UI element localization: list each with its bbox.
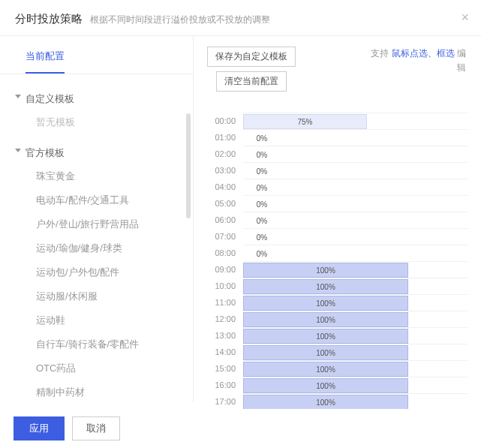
- time-slot-row[interactable]: 06:000%: [207, 212, 467, 228]
- hint-mouse: 鼠标点选: [392, 48, 428, 59]
- time-slot-value: 100%: [316, 315, 335, 323]
- time-slot-value: 0%: [257, 167, 267, 175]
- time-slot-bar-wrap[interactable]: 100%: [243, 327, 467, 344]
- time-slot-bar[interactable]: 0%: [243, 197, 281, 212]
- time-slot-label: 00:00: [207, 116, 243, 125]
- modal-body: 当前配置 自定义模板 暂无模板 官方模板 珠宝黄金 电动车/配件/交通工具 户外…: [0, 36, 481, 402]
- time-slot-label: 06:00: [207, 215, 243, 224]
- time-slot-row[interactable]: 12:00100%: [207, 311, 467, 327]
- close-icon[interactable]: ×: [461, 11, 469, 24]
- template-item[interactable]: 珠宝黄金: [0, 164, 193, 188]
- time-slot-label: 17:00: [207, 397, 243, 406]
- time-slot-bar-wrap[interactable]: 0%: [243, 195, 467, 212]
- time-slot-row[interactable]: 09:00100%: [207, 261, 467, 278]
- time-slot-row[interactable]: 07:000%: [207, 228, 467, 245]
- time-slot-value: 100%: [316, 299, 335, 307]
- time-slot-bar[interactable]: 100%: [243, 378, 408, 393]
- template-item[interactable]: 精制中药材: [0, 380, 193, 397]
- save-as-template-button[interactable]: 保存为自定义模板: [207, 47, 296, 67]
- modal-title: 分时投放策略: [15, 12, 83, 26]
- time-slot-bar[interactable]: 100%: [243, 395, 408, 410]
- time-slot-bar-wrap[interactable]: 0%: [243, 162, 467, 179]
- time-slot-label: 02:00: [207, 149, 243, 158]
- time-slot-bar-wrap[interactable]: 0%: [243, 146, 467, 162]
- time-slot-bar-wrap[interactable]: 75%: [243, 113, 467, 129]
- time-slot-row[interactable]: 15:00100%: [207, 360, 467, 377]
- time-slot-bar[interactable]: 100%: [243, 329, 408, 344]
- template-item[interactable]: 运动鞋: [0, 308, 193, 332]
- time-slot-value: 100%: [316, 332, 335, 340]
- time-slot-bar[interactable]: 100%: [243, 296, 408, 311]
- tab-current-config[interactable]: 当前配置: [26, 47, 65, 66]
- time-slot-value: 0%: [257, 200, 267, 208]
- time-slot-bar[interactable]: 100%: [243, 362, 408, 377]
- time-slot-bar[interactable]: 0%: [243, 147, 281, 162]
- group-official-templates[interactable]: 官方模板: [0, 142, 193, 164]
- template-item[interactable]: 运动服/休闲服: [0, 284, 193, 308]
- time-slot-row[interactable]: 14:00100%: [207, 344, 467, 360]
- time-slot-bar-wrap[interactable]: 100%: [243, 393, 467, 410]
- template-item[interactable]: 电动车/配件/交通工具: [0, 188, 193, 212]
- time-slot-bar[interactable]: 75%: [243, 114, 367, 129]
- time-slot-bar[interactable]: 100%: [243, 345, 408, 360]
- apply-button[interactable]: 应用: [14, 416, 65, 440]
- time-slot-value: 100%: [316, 282, 335, 290]
- time-slot-bar-wrap[interactable]: 100%: [243, 311, 467, 327]
- time-slot-label: 10:00: [207, 281, 243, 290]
- time-slot-row[interactable]: 05:000%: [207, 195, 467, 212]
- time-slot-value: 0%: [257, 183, 267, 191]
- cancel-button[interactable]: 取消: [72, 416, 120, 440]
- time-slot-bar-wrap[interactable]: 0%: [243, 179, 467, 195]
- time-slot-bar[interactable]: 100%: [243, 279, 408, 294]
- time-slot-row[interactable]: 04:000%: [207, 179, 467, 195]
- time-slot-chart[interactable]: 00:0075%01:000%02:000%03:000%04:000%05:0…: [207, 113, 467, 413]
- time-slot-bar-wrap[interactable]: 100%: [243, 360, 467, 377]
- right-panel: 保存为自定义模板 清空当前配置 支持 鼠标点选、框选 编辑 00:0075%01…: [194, 36, 481, 402]
- scrollbar-thumb[interactable]: [186, 113, 191, 218]
- edit-hint: 支持 鼠标点选、框选 编辑: [368, 47, 466, 75]
- time-slot-row[interactable]: 01:000%: [207, 129, 467, 146]
- time-slot-row[interactable]: 00:0075%: [207, 113, 467, 129]
- time-slot-label: 15:00: [207, 364, 243, 373]
- time-slot-bar[interactable]: 0%: [243, 180, 281, 195]
- hint-box: 框选: [437, 48, 455, 59]
- time-slot-bar[interactable]: 0%: [243, 131, 281, 146]
- template-item[interactable]: OTC药品: [0, 356, 193, 380]
- time-slot-bar[interactable]: 0%: [243, 213, 281, 228]
- template-item[interactable]: 运动包/户外包/配件: [0, 260, 193, 284]
- time-slot-bar[interactable]: 100%: [243, 312, 408, 327]
- template-item[interactable]: 户外/登山/旅行野营用品: [0, 212, 193, 236]
- time-slot-bar-wrap[interactable]: 0%: [243, 228, 467, 245]
- time-slot-bar-wrap[interactable]: 0%: [243, 245, 467, 261]
- time-slot-label: 13:00: [207, 331, 243, 340]
- time-slot-value: 0%: [257, 150, 267, 158]
- time-slot-row[interactable]: 11:00100%: [207, 294, 467, 311]
- time-slot-bar-wrap[interactable]: 0%: [243, 212, 467, 228]
- time-slot-bar[interactable]: 0%: [243, 230, 281, 245]
- modal-footer: 应用 取消: [0, 409, 481, 448]
- time-slot-row[interactable]: 10:00100%: [207, 278, 467, 294]
- time-slot-label: 09:00: [207, 265, 243, 274]
- time-slot-bar-wrap[interactable]: 100%: [243, 344, 467, 360]
- tabs: 当前配置: [0, 36, 193, 74]
- time-slot-row[interactable]: 03:000%: [207, 162, 467, 179]
- time-slot-row[interactable]: 02:000%: [207, 146, 467, 162]
- time-slot-bar[interactable]: 0%: [243, 246, 281, 261]
- time-slot-bar-wrap[interactable]: 100%: [243, 261, 467, 278]
- time-slot-row[interactable]: 13:00100%: [207, 327, 467, 344]
- time-strategy-modal: 分时投放策略 根据不同时间段进行溢价投放或不投放的调整 × 当前配置 自定义模板…: [0, 0, 481, 448]
- template-item[interactable]: 自行车/骑行装备/零配件: [0, 332, 193, 356]
- time-slot-row[interactable]: 16:00100%: [207, 377, 467, 393]
- clear-config-button[interactable]: 清空当前配置: [216, 71, 287, 92]
- time-slot-bar[interactable]: 0%: [243, 164, 281, 179]
- template-item[interactable]: 运动/瑜伽/健身/球类: [0, 236, 193, 260]
- time-slot-label: 01:00: [207, 133, 243, 142]
- time-slot-bar-wrap[interactable]: 100%: [243, 294, 467, 311]
- time-slot-bar-wrap[interactable]: 0%: [243, 129, 467, 146]
- time-slot-row[interactable]: 17:00100%: [207, 393, 467, 410]
- group-custom-templates[interactable]: 自定义模板: [0, 88, 193, 110]
- time-slot-bar-wrap[interactable]: 100%: [243, 278, 467, 294]
- time-slot-bar[interactable]: 100%: [243, 263, 408, 278]
- time-slot-row[interactable]: 08:000%: [207, 245, 467, 261]
- time-slot-bar-wrap[interactable]: 100%: [243, 377, 467, 393]
